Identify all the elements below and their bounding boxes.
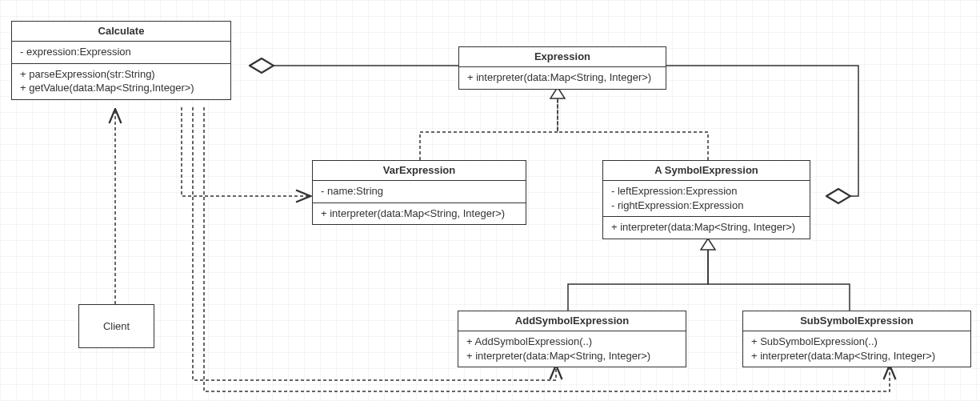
class-client[interactable]: Client — [78, 304, 154, 348]
field: - rightExpression:Expression — [611, 198, 802, 213]
class-title: A SymbolExpression — [603, 161, 810, 181]
method: + SubSymbolExpression(..) — [751, 335, 962, 349]
tri-symbol — [701, 239, 715, 250]
class-title: Calculate — [12, 22, 230, 42]
method: + interpreter(data:Map<String, Integer>) — [466, 349, 678, 363]
class-title: SubSymbolExpression — [743, 311, 970, 331]
class-methods: + AddSymbolExpression(..) + interpreter(… — [458, 331, 686, 367]
field: - leftExpression:Expression — [611, 184, 802, 198]
class-sub-symbol-expression[interactable]: SubSymbolExpression + SubSymbolExpressio… — [742, 311, 971, 367]
class-fields: - name:String — [313, 181, 526, 203]
method: + parseExpression(str:String) — [20, 67, 222, 82]
method: + getValue(data:Map<String,Integer>) — [20, 81, 222, 95]
class-title: Expression — [459, 47, 666, 67]
rel-calc-var — [182, 107, 310, 196]
class-fields: - expression:Expression — [12, 42, 230, 64]
class-methods: + SubSymbolExpression(..) + interpreter(… — [743, 331, 970, 367]
method: + interpreter(data:Map<String, Integer>) — [467, 70, 658, 85]
class-symbol-expression[interactable]: A SymbolExpression - leftExpression:Expr… — [602, 160, 810, 239]
class-title: VarExpression — [313, 161, 526, 181]
class-title: Client — [103, 320, 130, 332]
rel-add-symbol-gen — [568, 250, 708, 311]
method: + interpreter(data:Map<String, Integer>) — [751, 349, 962, 363]
field: - name:String — [321, 184, 518, 198]
rel-symbol-expr-gen — [558, 98, 708, 160]
method: + interpreter(data:Map<String, Integer>) — [321, 207, 518, 221]
class-title: AddSymbolExpression — [458, 311, 686, 331]
class-methods: + interpreter(data:Map<String, Integer>) — [603, 217, 810, 239]
class-methods: + parseExpression(str:String) + getValue… — [12, 64, 230, 99]
class-var-expression[interactable]: VarExpression - name:String + interprete… — [312, 160, 526, 225]
rel-var-expr-gen — [420, 98, 558, 160]
method: + interpreter(data:Map<String, Integer>) — [611, 220, 802, 235]
class-calculate[interactable]: Calculate - expression:Expression + pars… — [11, 21, 231, 100]
class-methods: + interpreter(data:Map<String, Integer>) — [313, 203, 526, 225]
class-methods: + interpreter(data:Map<String, Integer>) — [459, 67, 666, 89]
field: - expression:Expression — [20, 45, 222, 59]
class-expression[interactable]: Expression + interpreter(data:Map<String… — [458, 46, 666, 90]
class-add-symbol-expression[interactable]: AddSymbolExpression + AddSymbolExpressio… — [458, 311, 686, 367]
rel-sub-symbol-gen — [708, 250, 850, 311]
class-fields: - leftExpression:Expression - rightExpre… — [603, 181, 810, 217]
method: + AddSymbolExpression(..) — [466, 335, 678, 349]
